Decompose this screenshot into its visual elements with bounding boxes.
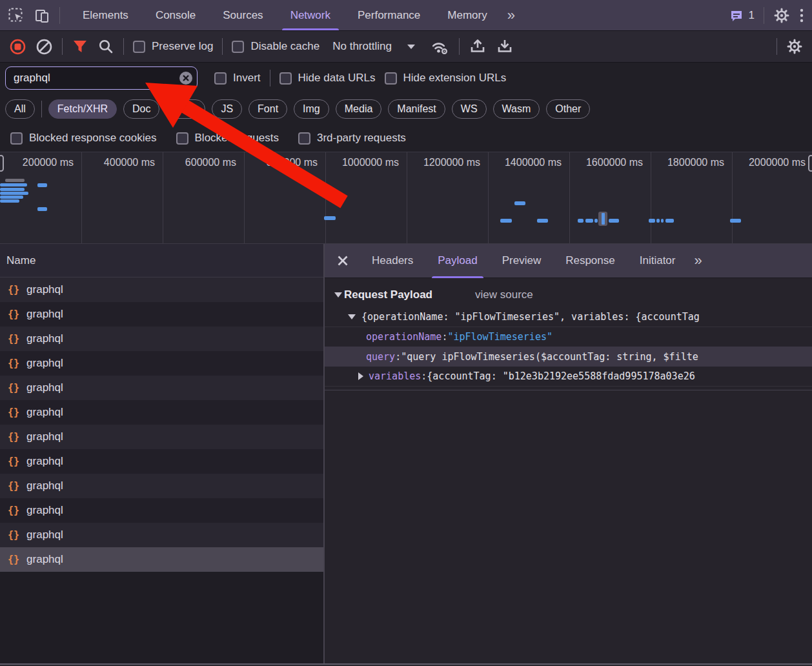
chip-doc[interactable]: Doc [123, 99, 159, 119]
tab-initiator[interactable]: Initiator [627, 244, 688, 278]
clear-network-log-icon[interactable] [36, 38, 53, 56]
chip-other[interactable]: Other [546, 99, 590, 119]
request-row-selected[interactable]: {}graphql [0, 547, 323, 572]
payload-preview-line[interactable]: {operationName: "ipFlowTimeseries", vari… [325, 307, 812, 327]
network-conditions-icon[interactable] [429, 37, 450, 56]
filter-box [5, 66, 198, 90]
import-har-icon[interactable] [469, 37, 487, 56]
clear-filter-icon[interactable] [179, 71, 193, 85]
chip-ws[interactable]: WS [452, 99, 487, 119]
chip-media[interactable]: Media [336, 99, 382, 119]
timeline-scroll-handle-left[interactable] [0, 155, 4, 172]
request-list-panel: Name {}graphql {}graphql {}graphql {}gra… [0, 244, 323, 663]
checkbox[interactable] [133, 41, 145, 53]
checkbox[interactable] [232, 41, 244, 53]
settings-gear-icon[interactable] [773, 7, 790, 24]
hide-data-urls-checkbox[interactable]: Hide data URLs [279, 72, 376, 85]
payload-row-variables[interactable]: variables: {accountTag: "b12e3b2192ee558… [325, 367, 812, 387]
disable-cache-checkbox[interactable]: Disable cache [232, 40, 320, 53]
tab-network[interactable]: Network [277, 0, 344, 30]
filter-input[interactable] [5, 66, 198, 90]
tab-preview[interactable]: Preview [490, 244, 553, 278]
network-overview-timeline[interactable]: 200000 ms 400000 ms 600000 ms 800000 ms … [0, 152, 812, 244]
invert-checkbox[interactable]: Invert [214, 72, 261, 85]
blocked-requests-label: Blocked requests [195, 132, 279, 145]
tab-label: Network [290, 9, 330, 22]
checkbox[interactable] [176, 132, 188, 145]
hide-extension-urls-checkbox[interactable]: Hide extension URLs [385, 72, 507, 85]
close-details-icon[interactable] [336, 254, 349, 267]
kebab-menu-icon[interactable] [799, 8, 804, 23]
issues-counter[interactable]: 1 [729, 8, 755, 23]
more-tabs-button[interactable]: » [501, 8, 522, 23]
payload-row-query-highlighted[interactable]: query: "query ipFlowTimeseries($accountT… [325, 347, 812, 367]
tab-performance[interactable]: Performance [344, 0, 434, 30]
tab-elements[interactable]: Elements [69, 0, 142, 30]
toolbar-divider [764, 7, 764, 24]
request-name: graphql [26, 357, 63, 370]
name-column-header[interactable]: Name [0, 244, 323, 278]
request-row[interactable]: {}graphql [0, 523, 323, 547]
checkbox[interactable] [279, 72, 292, 85]
blocked-response-cookies-checkbox[interactable]: Blocked response cookies [10, 132, 157, 145]
request-row[interactable]: {}graphql [0, 449, 323, 474]
payload-key: query [366, 351, 395, 363]
chip-font[interactable]: Font [249, 99, 287, 119]
checkbox[interactable] [385, 72, 397, 85]
tab-console[interactable]: Console [142, 0, 209, 30]
network-settings-gear-icon[interactable] [786, 38, 803, 55]
chip-img[interactable]: Img [294, 99, 329, 119]
timeline-tick: 400000 ms [82, 152, 163, 243]
tab-response[interactable]: Response [553, 244, 627, 278]
chip-js[interactable]: JS [212, 99, 242, 119]
request-row[interactable]: {}graphql [0, 400, 323, 425]
timeline-scroll-handle-right[interactable] [808, 155, 812, 172]
throttling-dropdown[interactable]: No throttling [332, 40, 415, 53]
record-network-log-icon[interactable] [9, 38, 26, 56]
request-row[interactable]: {}graphql [0, 327, 323, 351]
device-toolbar-icon[interactable] [34, 7, 50, 24]
chip-css[interactable]: CSS [166, 99, 205, 119]
request-row[interactable]: {}graphql [0, 278, 323, 302]
chip-fetch-xhr[interactable]: Fetch/XHR [48, 99, 117, 119]
request-payload-section-header[interactable]: Request Payload view source [325, 278, 812, 307]
request-row[interactable]: {}graphql [0, 425, 323, 449]
tab-label: Elements [83, 9, 128, 22]
payload-separator: : [395, 351, 401, 363]
checkbox[interactable] [10, 132, 23, 145]
expand-triangle-icon[interactable] [358, 372, 363, 380]
tab-label: Payload [438, 254, 477, 267]
payload-preview-text: {operationName: "ipFlowTimeseries", vari… [361, 311, 700, 323]
search-icon[interactable] [97, 38, 114, 55]
more-details-tabs-button[interactable]: » [687, 254, 708, 268]
checkbox[interactable] [298, 132, 310, 145]
filter-funnel-icon[interactable] [72, 38, 88, 55]
timeline-tick: 1000000 ms [326, 152, 407, 243]
payload-key: operationName [366, 331, 442, 343]
json-request-icon: {} [8, 382, 19, 394]
payload-row-operationName[interactable]: operationName: "ipFlowTimeseries" [325, 327, 812, 347]
checkbox[interactable] [214, 72, 227, 85]
request-name: graphql [26, 553, 63, 566]
chip-all[interactable]: All [5, 99, 35, 119]
chip-wasm[interactable]: Wasm [493, 99, 540, 119]
request-name: graphql [26, 479, 63, 492]
view-source-link[interactable]: view source [475, 288, 533, 301]
request-name: graphql [26, 308, 63, 321]
preserve-log-checkbox[interactable]: Preserve log [133, 40, 213, 53]
tab-memory[interactable]: Memory [434, 0, 500, 30]
request-row[interactable]: {}graphql [0, 498, 323, 523]
request-row[interactable]: {}graphql [0, 474, 323, 498]
third-party-requests-checkbox[interactable]: 3rd-party requests [298, 132, 406, 145]
tab-sources[interactable]: Sources [209, 0, 276, 30]
chip-manifest[interactable]: Manifest [388, 99, 445, 119]
export-har-icon[interactable] [496, 37, 514, 56]
request-row[interactable]: {}graphql [0, 351, 323, 376]
inspect-element-icon[interactable] [8, 7, 25, 24]
blocked-requests-checkbox[interactable]: Blocked requests [176, 132, 279, 145]
tab-payload[interactable]: Payload [425, 244, 489, 278]
tab-headers[interactable]: Headers [360, 244, 425, 278]
request-row[interactable]: {}graphql [0, 302, 323, 327]
request-row[interactable]: {}graphql [0, 376, 323, 400]
request-name: graphql [26, 504, 63, 517]
